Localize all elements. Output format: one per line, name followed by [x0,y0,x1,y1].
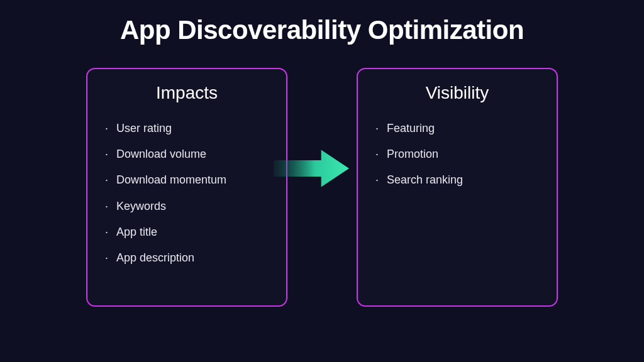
list-item: App description [105,250,269,266]
content-row: Impacts User rating Download volume Down… [0,68,644,307]
impacts-card-title: Impacts [105,83,269,103]
impacts-list: User rating Download volume Download mom… [105,121,269,266]
list-item: Keywords [105,199,269,214]
visibility-card-title: Visibility [375,83,539,103]
visibility-list: Featuring Promotion Search ranking [375,121,539,189]
list-item: Search ranking [375,172,539,188]
visibility-card: Visibility Featuring Promotion Search ra… [357,68,558,307]
list-item: Download volume [105,146,269,162]
list-item: Featuring [375,121,539,136]
impacts-card: Impacts User rating Download volume Down… [86,68,287,307]
list-item: App title [105,224,269,240]
list-item: Promotion [375,146,539,162]
page-title: App Discoverability Optimization [0,0,644,45]
list-item: Download momentum [105,172,269,188]
list-item: User rating [105,121,269,136]
arrow-icon [274,143,349,194]
